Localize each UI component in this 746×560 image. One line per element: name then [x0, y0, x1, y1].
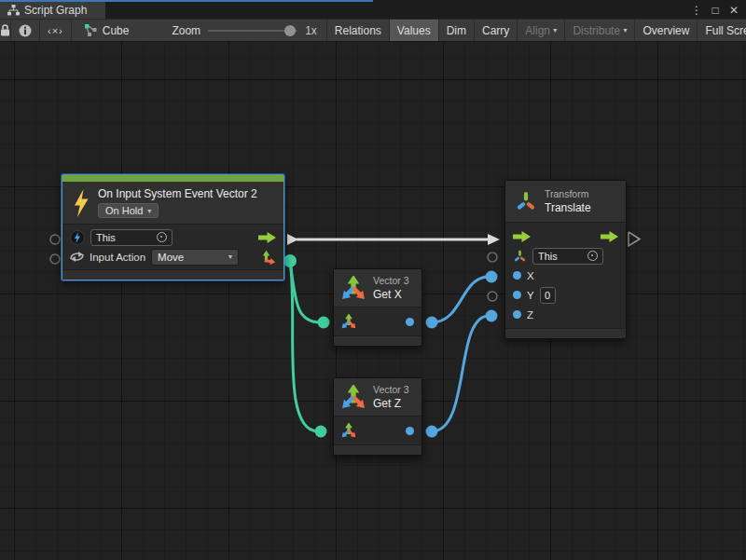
translate-node-header[interactable]: Transform Translate — [505, 181, 626, 222]
zoom-control: Zoom 1x — [162, 20, 325, 41]
getz-category: Vector 3 — [373, 384, 409, 395]
node-vector3-get-x[interactable]: Vector 3 Get X — [333, 268, 422, 347]
lock-button[interactable] — [0, 20, 11, 41]
translate-title: Translate — [545, 201, 591, 214]
event-this-field[interactable]: This — [90, 229, 173, 246]
event-action-socket[interactable] — [50, 254, 60, 264]
target-name: Cube — [103, 24, 130, 37]
graph-canvas[interactable]: On Input System Event Vector 2 On Hold ▾… — [0, 42, 746, 560]
x-input-port[interactable] — [513, 271, 521, 280]
maximize-button[interactable]: □ — [707, 2, 724, 19]
node-transform-translate[interactable]: Transform Translate — [504, 180, 627, 339]
event-target-icon — [70, 230, 85, 245]
getx-node-header[interactable]: Vector 3 Get X — [334, 269, 421, 307]
getz-node-footer — [334, 444, 421, 455]
inspect-button[interactable] — [11, 20, 40, 41]
y-port-label: Y — [527, 290, 534, 301]
object-picker-icon[interactable] — [157, 232, 167, 242]
translate-x-row: X — [513, 266, 618, 285]
input-action-icon — [70, 251, 84, 263]
edit-script-button[interactable]: ‹×› — [40, 20, 72, 41]
align-button[interactable]: Align ▾ — [518, 20, 565, 41]
vector2-output-icon[interactable] — [261, 250, 276, 265]
getz-output-port[interactable] — [406, 427, 414, 435]
getx-output-port[interactable] — [406, 318, 414, 326]
chevron-down-icon: ▾ — [228, 253, 232, 261]
flow-output-arrow-icon[interactable] — [258, 232, 276, 243]
window-controls: ⋮ □ ✕ — [688, 2, 742, 19]
graph-toolbar: ‹×› Cube Zoom 1x Relations Values Dim Ca… — [0, 19, 746, 42]
flow-input-arrow-icon[interactable] — [513, 231, 531, 242]
x-port-label: X — [527, 270, 534, 281]
zoom-slider[interactable] — [208, 30, 297, 32]
event-this-socket[interactable] — [50, 235, 60, 244]
input-action-label: Input Action — [90, 252, 145, 263]
distribute-button[interactable]: Distribute ▾ — [565, 20, 635, 41]
close-button[interactable]: ✕ — [725, 2, 742, 19]
getx-node-footer — [334, 335, 421, 346]
chevron-down-icon: ▾ — [553, 26, 557, 34]
code-icon: ‹×› — [48, 25, 63, 36]
getx-to-x-connection[interactable] — [426, 271, 498, 329]
transform-input-icon[interactable] — [513, 249, 527, 264]
zoom-slider-handle[interactable] — [284, 25, 296, 36]
translate-category: Transform — [545, 188, 591, 199]
getz-node-header[interactable]: Vector 3 Get Z — [334, 378, 421, 416]
node-vector3-get-z[interactable]: Vector 3 Get Z — [333, 377, 422, 456]
getz-node-body — [334, 416, 421, 444]
getx-title: Get X — [373, 288, 409, 301]
script-graph-window: Script Graph ⋮ □ ✕ ‹×› — [0, 0, 746, 560]
translate-y-socket[interactable] — [488, 292, 497, 301]
translate-this-row: This — [513, 246, 618, 266]
vector3-icon — [341, 385, 366, 409]
fullscreen-button[interactable]: Full Screen — [698, 20, 746, 41]
getx-port-row — [341, 310, 414, 333]
graph-asset-icon — [85, 24, 97, 36]
translate-z-row: Z — [513, 305, 618, 324]
getz-to-z-connection[interactable] — [426, 310, 498, 438]
carry-button[interactable]: Carry — [475, 20, 518, 41]
zoom-value: 1x — [305, 24, 317, 37]
translate-flow-row — [513, 226, 618, 246]
input-action-dropdown[interactable]: Move ▾ — [151, 249, 239, 266]
node-on-input-system-event[interactable]: On Input System Event Vector 2 On Hold ▾… — [62, 174, 284, 280]
event-action-row: Input Action Move ▾ — [70, 247, 276, 266]
info-icon — [19, 24, 32, 37]
getx-node-body — [334, 307, 421, 335]
window-menu-button[interactable]: ⋮ — [688, 2, 705, 19]
relations-button[interactable]: Relations — [326, 20, 390, 41]
object-picker-icon[interactable] — [587, 251, 598, 261]
dim-button[interactable]: Dim — [439, 20, 475, 41]
event-node-footer — [62, 269, 283, 280]
event-node-title: On Input System Event Vector 2 — [98, 187, 257, 200]
z-port-label: Z — [527, 309, 533, 321]
vector3-input-icon[interactable] — [341, 423, 356, 438]
z-input-port[interactable] — [513, 310, 521, 319]
translate-flow-out-socket[interactable] — [629, 232, 640, 246]
values-button[interactable]: Values — [390, 20, 439, 41]
lock-icon — [0, 24, 10, 36]
getz-port-row — [341, 419, 414, 442]
tab-script-graph[interactable]: Script Graph — [0, 2, 105, 19]
getz-title: Get Z — [373, 397, 409, 410]
vector3-input-icon[interactable] — [341, 314, 356, 329]
event-mode-dropdown[interactable]: On Hold ▾ — [98, 203, 159, 218]
translate-this-socket[interactable] — [488, 253, 497, 262]
flow-output-arrow-icon[interactable] — [601, 231, 618, 242]
overview-button[interactable]: Overview — [635, 20, 698, 41]
flow-connection[interactable] — [287, 234, 500, 245]
event-this-row: This — [70, 227, 276, 247]
transform-icon — [515, 189, 537, 213]
event-node-header[interactable]: On Input System Event Vector 2 On Hold ▾ — [62, 182, 283, 224]
vector3-icon — [341, 276, 366, 300]
chevron-down-icon: ▾ — [147, 207, 151, 215]
graph-hierarchy-icon — [7, 5, 20, 16]
y-value-field[interactable]: 0 — [540, 287, 556, 304]
translate-this-field[interactable]: This — [532, 248, 603, 265]
lightning-bolt-icon — [72, 189, 90, 217]
graph-target[interactable]: Cube — [72, 20, 139, 41]
event-color-bar — [62, 175, 283, 182]
vector2-connection-to-getz[interactable] — [290, 261, 327, 438]
translate-y-row: Y 0 — [513, 285, 618, 305]
y-input-port[interactable] — [513, 291, 521, 299]
